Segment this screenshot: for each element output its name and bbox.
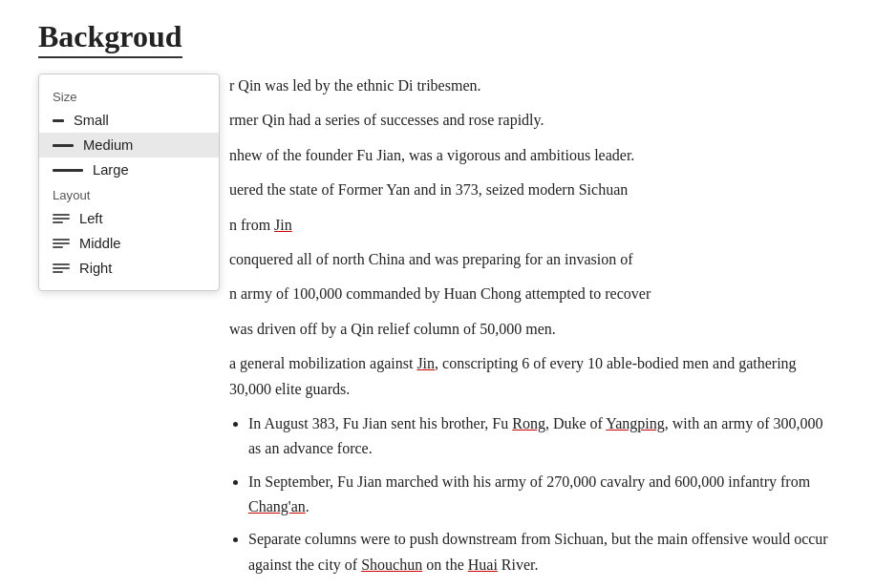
layout-middle-label: Middle (79, 236, 120, 251)
text-line-5: n from Jin (229, 213, 837, 238)
bullet-2-text: In September, Fu Jian marched with his a… (248, 473, 810, 514)
size-small-item[interactable]: Small (39, 108, 219, 133)
text-line-9: a general mobilization against Jin, cons… (229, 351, 837, 402)
text-line-7: n army of 100,000 commanded by Huan Chon… (229, 282, 837, 306)
text-line-8: was driven off by a Qin relief column of… (229, 317, 837, 342)
layout-left-icon (53, 214, 70, 223)
list-item: Separate columns were to push downstream… (248, 527, 837, 578)
text-line-9a: a general mobilization against (229, 355, 416, 371)
bullet-3-text: Separate columns were to push downstream… (248, 531, 828, 572)
layout-middle-item[interactable]: Middle (39, 231, 219, 256)
text-line-4: uered the state of Former Yan and in 373… (229, 178, 837, 202)
yangping-link: Yangping (606, 415, 665, 431)
layout-middle-icon (53, 239, 70, 248)
text-jin-2: Jin (416, 355, 435, 371)
page-title: Backgroud (38, 19, 182, 58)
dropdown-panel: Size Small Medium Large Layout Left (38, 74, 220, 291)
layout-left-label: Left (79, 211, 103, 226)
list-item: In September, Fu Jian marched with his a… (248, 470, 837, 520)
size-small-label: Small (74, 113, 109, 128)
size-medium-bar (53, 144, 74, 147)
layout-right-label: Right (79, 261, 112, 276)
layout-right-item[interactable]: Right (39, 256, 219, 281)
huai-link-1: Huai (468, 556, 498, 573)
rong-link: Rong (512, 415, 545, 431)
layout-section-label: Layout (39, 182, 219, 206)
list-item: In August 383, Fu Jian sent his brother,… (248, 411, 837, 462)
bullet-1-text: In August 383, Fu Jian sent his brother,… (248, 415, 823, 456)
changan-link: Chang'an (248, 498, 306, 514)
text-line-5a: n from (229, 217, 274, 233)
layout-left-item[interactable]: Left (39, 206, 219, 231)
size-medium-item[interactable]: Medium (39, 133, 219, 158)
size-large-bar (53, 169, 83, 172)
text-line-3: nhew of the founder Fu Jian, was a vigor… (229, 143, 837, 168)
text-line-6: conquered all of north China and was pre… (229, 247, 837, 272)
size-section-label: Size (39, 84, 219, 108)
text-body: r Qin was led by the ethnic Di tribesmen… (229, 74, 837, 588)
text-line-1: r Qin was led by the ethnic Di tribesmen… (229, 74, 837, 98)
text-jin-1: Jin (274, 217, 292, 233)
text-line-2: rmer Qin had a series of successes and r… (229, 108, 837, 133)
bullet-list: In August 383, Fu Jian sent his brother,… (248, 411, 837, 588)
size-large-label: Large (93, 162, 129, 178)
size-large-item[interactable]: Large (39, 158, 219, 182)
content-area: Size Small Medium Large Layout Left (38, 74, 837, 588)
size-medium-label: Medium (83, 137, 133, 153)
shouchun-link: Shouchun (361, 556, 422, 573)
size-small-bar (53, 119, 64, 122)
layout-right-icon (53, 263, 70, 273)
